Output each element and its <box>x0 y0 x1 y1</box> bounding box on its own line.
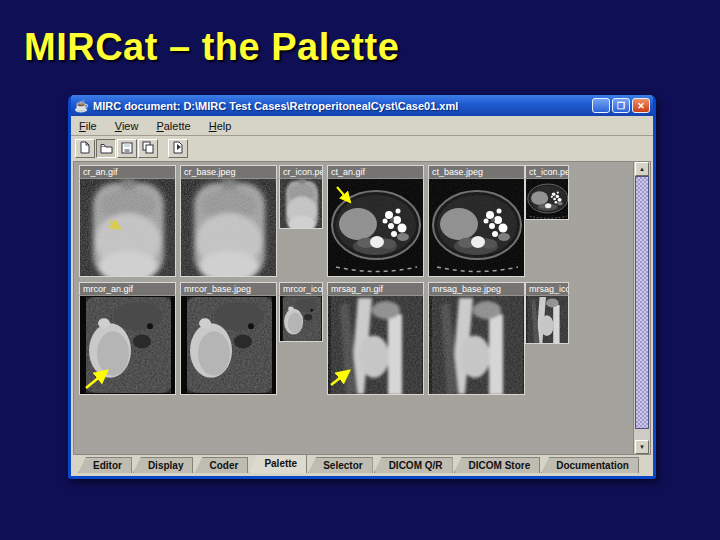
tab-documentation[interactable]: Documentation <box>541 457 639 473</box>
ct-image[interactable] <box>428 178 525 277</box>
image-filename-label: mrsag_base.jpeg <box>428 282 525 295</box>
save-button[interactable] <box>117 139 137 158</box>
tab-selector[interactable]: Selector <box>308 457 372 473</box>
window-titlebar[interactable]: ☕ MIRC document: D:\MIRC Test Cases\Retr… <box>71 95 653 116</box>
image-filename-label: mrcor_base.jpeg <box>180 282 277 295</box>
preview-button[interactable] <box>168 139 188 158</box>
image-filename-label: ct_icon.pe <box>525 165 569 178</box>
image-filename-label: cr_base.jpeg <box>180 165 277 178</box>
slide: MIRCat – the Palette ☕ MIRC document: D:… <box>0 0 720 540</box>
toolbar <box>71 136 653 161</box>
palette-cell-ct-an-gif[interactable]: ct_an.gif <box>327 165 424 277</box>
tab-bar: EditorDisplayCoderPaletteSelectorDICOM Q… <box>71 455 653 473</box>
palette-cell-mrcor-ico[interactable]: mrcor_ico <box>279 282 323 342</box>
palette-cell-cr-base-jpeg[interactable]: cr_base.jpeg <box>180 165 277 277</box>
cr-image[interactable] <box>279 178 323 229</box>
palette-cell-cr-icon-pe[interactable]: cr_icon.pe <box>279 165 323 229</box>
cr-image[interactable] <box>180 178 277 277</box>
image-filename-label: mrsag_ico <box>525 282 569 295</box>
palette-cell-ct-base-jpeg[interactable]: ct_base.jpeg <box>428 165 525 277</box>
new-document-icon <box>79 140 91 158</box>
scrollbar-down-arrow-icon[interactable]: ▼ <box>635 440 649 454</box>
palette-content: ▲ ▼ cr_an.gif cr_base.jpeg <box>73 161 651 455</box>
image-filename-label: ct_an.gif <box>327 165 424 178</box>
maximize-icon: ❐ <box>617 101 625 111</box>
cr-annotated-image[interactable] <box>79 178 176 277</box>
slide-title: MIRCat – the Palette <box>24 26 399 69</box>
copy-button[interactable] <box>138 139 158 158</box>
copy-icon <box>142 140 154 158</box>
mrsag-image[interactable] <box>428 295 525 395</box>
mrsag-image[interactable] <box>525 295 569 344</box>
mrcor-image[interactable] <box>180 295 277 395</box>
mirc-document-window: ☕ MIRC document: D:\MIRC Test Cases\Retr… <box>68 95 656 479</box>
tab-dicom-store[interactable]: DICOM Store <box>454 457 541 473</box>
menu-file[interactable]: File <box>75 119 105 133</box>
window-title: MIRC document: D:\MIRC Test Cases\Retrop… <box>93 100 586 112</box>
palette-cell-mrcor-an-gif[interactable]: mrcor_an.gif <box>79 282 176 395</box>
palette-cell-mrsag-an-gif[interactable]: mrsag_an.gif <box>327 282 424 395</box>
tab-editor[interactable]: Editor <box>78 457 132 473</box>
open-folder-button[interactable] <box>96 139 116 158</box>
tab-display[interactable]: Display <box>133 457 194 473</box>
tab-palette[interactable]: Palette <box>249 454 307 473</box>
image-filename-label: mrcor_an.gif <box>79 282 176 295</box>
palette-cell-mrsag-ico[interactable]: mrsag_ico <box>525 282 569 344</box>
save-icon <box>121 140 133 158</box>
mrcor-annotated-image[interactable] <box>79 295 176 395</box>
palette-cell-cr-an-gif[interactable]: cr_an.gif <box>79 165 176 277</box>
java-coffee-cup-icon: ☕ <box>74 100 89 112</box>
window-controls: _❐✕ <box>590 98 650 113</box>
ct-image[interactable] <box>525 178 569 220</box>
open-folder-icon <box>100 140 113 158</box>
image-filename-label: cr_icon.pe <box>279 165 323 178</box>
scrollbar-up-arrow-icon[interactable]: ▲ <box>635 162 649 176</box>
minimize-button[interactable]: _ <box>592 98 610 113</box>
new-document-button[interactable] <box>75 139 95 158</box>
image-filename-label: cr_an.gif <box>79 165 176 178</box>
ct-annotated-image[interactable] <box>327 178 424 277</box>
menu-bar: FileViewPaletteHelp <box>71 116 653 136</box>
menu-view[interactable]: View <box>111 119 147 133</box>
window-bottom-strip <box>71 473 653 476</box>
menu-help[interactable]: Help <box>205 119 240 133</box>
maximize-button[interactable]: ❐ <box>612 98 630 113</box>
mrsag-annotated-image[interactable] <box>327 295 424 395</box>
vertical-scrollbar[interactable]: ▲ ▼ <box>633 162 650 454</box>
menu-palette[interactable]: Palette <box>152 119 198 133</box>
mrcor-image[interactable] <box>279 295 323 342</box>
palette-cell-mrcor-base-jpeg[interactable]: mrcor_base.jpeg <box>180 282 277 395</box>
palette-cell-ct-icon-pe[interactable]: ct_icon.pe <box>525 165 569 220</box>
tab-dicom-q-r[interactable]: DICOM Q/R <box>374 457 453 473</box>
minimize-icon: _ <box>598 104 603 114</box>
tab-coder[interactable]: Coder <box>194 457 248 473</box>
image-filename-label: mrsag_an.gif <box>327 282 424 295</box>
image-filename-label: mrcor_ico <box>279 282 323 295</box>
palette-cell-mrsag-base-jpeg[interactable]: mrsag_base.jpeg <box>428 282 525 395</box>
image-filename-label: ct_base.jpeg <box>428 165 525 178</box>
preview-icon <box>172 140 185 158</box>
scrollbar-thumb[interactable] <box>635 176 649 429</box>
close-icon: ✕ <box>637 101 645 111</box>
close-button[interactable]: ✕ <box>632 98 650 113</box>
